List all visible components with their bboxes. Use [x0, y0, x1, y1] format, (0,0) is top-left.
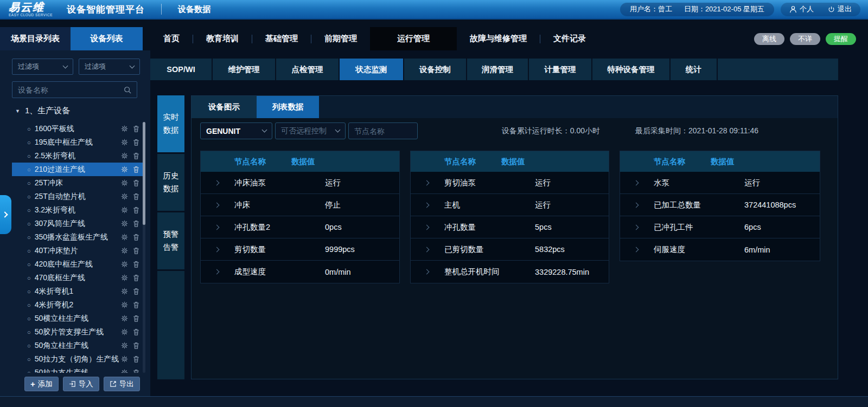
- trash-icon[interactable]: [133, 247, 139, 254]
- scrollbar-thumb[interactable]: [143, 122, 145, 225]
- table-row[interactable]: 已剪切数量5832pcs: [411, 238, 609, 261]
- list-item[interactable]: ○1600平板线: [12, 122, 143, 135]
- add-button[interactable]: + 添加: [24, 377, 59, 391]
- list-item[interactable]: ○50角立柱生产线: [12, 339, 143, 352]
- subnav-device-control[interactable]: 设备控制: [404, 59, 466, 80]
- expand-chevron-icon[interactable]: [201, 225, 234, 229]
- unit-select[interactable]: GENUNIT: [200, 122, 272, 139]
- table-row[interactable]: 剪切数量9999pcs: [201, 238, 399, 261]
- gear-icon[interactable]: [121, 247, 128, 254]
- gear-icon[interactable]: [121, 328, 128, 335]
- table-row[interactable]: 冲床油泵运行: [201, 172, 399, 194]
- badge-unknown[interactable]: 不详: [790, 33, 820, 45]
- table-row[interactable]: 已冲孔工件6pcs: [620, 216, 820, 238]
- nav-education[interactable]: 教育培训: [193, 27, 252, 50]
- expand-chevron-icon[interactable]: [620, 225, 654, 229]
- subnav-maintenance-mgmt[interactable]: 维护管理: [213, 59, 275, 80]
- nav-basic-mgmt[interactable]: 基础管理: [252, 27, 311, 50]
- expand-chevron-icon[interactable]: [411, 225, 444, 229]
- node-name-input[interactable]: [348, 122, 418, 139]
- filter-select-2[interactable]: 过滤项: [79, 59, 140, 75]
- tab-device-diagram[interactable]: 设备图示: [192, 96, 257, 118]
- sidebar-scrollbar[interactable]: [143, 122, 145, 373]
- table-row[interactable]: 成型速度0m/min: [201, 261, 399, 283]
- list-item[interactable]: ○25T冲床: [12, 176, 143, 190]
- trash-icon[interactable]: [133, 356, 139, 363]
- list-item[interactable]: ○50拉力支生产线: [12, 366, 143, 373]
- table-row[interactable]: 已加工总数量372441088pcs: [620, 194, 820, 216]
- gear-icon[interactable]: [121, 356, 128, 363]
- expand-chevron-icon[interactable]: [201, 181, 234, 185]
- list-item[interactable]: ○307风筒生产线: [12, 217, 143, 230]
- expand-chevron-icon[interactable]: [201, 270, 234, 274]
- expand-chevron-icon[interactable]: [201, 203, 234, 207]
- nav-file-records[interactable]: 文件记录: [540, 27, 599, 50]
- trash-icon[interactable]: [133, 139, 139, 146]
- trash-icon[interactable]: [133, 288, 139, 295]
- side-tab-warning-alarm[interactable]: 预警告警: [157, 212, 184, 269]
- subnav-special-equipment-mgmt[interactable]: 特种设备管理: [592, 59, 669, 80]
- gear-icon[interactable]: [121, 166, 128, 173]
- gear-icon[interactable]: [121, 125, 128, 132]
- gear-icon[interactable]: [121, 179, 128, 186]
- list-item[interactable]: ○195底中框生产线: [12, 135, 143, 149]
- remote-control-select[interactable]: 可否远程控制: [275, 122, 346, 139]
- gear-icon[interactable]: [121, 369, 128, 373]
- filter-select-1[interactable]: 过滤项: [12, 59, 73, 75]
- table-row[interactable]: 水泵运行: [620, 172, 820, 194]
- list-item[interactable]: ○50横立柱生产线: [12, 312, 143, 325]
- list-item[interactable]: ○2.5米折弯机: [12, 149, 143, 163]
- trash-icon[interactable]: [133, 315, 139, 322]
- tab-list-data[interactable]: 列表数据: [257, 96, 319, 118]
- list-item[interactable]: ○40T冲床垫片: [12, 244, 143, 257]
- trash-icon[interactable]: [133, 274, 139, 281]
- profile-button[interactable]: 个人: [789, 4, 814, 14]
- gear-icon[interactable]: [121, 301, 128, 308]
- device-search-input[interactable]: [18, 86, 124, 94]
- trash-icon[interactable]: [133, 220, 139, 227]
- badge-offline[interactable]: 离线: [754, 33, 784, 45]
- expand-chevron-icon[interactable]: [411, 270, 444, 274]
- side-tab-history-data[interactable]: 历史数据: [157, 154, 184, 211]
- trash-icon[interactable]: [133, 261, 139, 268]
- subnav-status-monitoring[interactable]: 状态监测: [340, 59, 403, 80]
- gear-icon[interactable]: [121, 342, 128, 349]
- subnav-metering-mgmt[interactable]: 计量管理: [529, 59, 591, 80]
- table-row[interactable]: 冲床停止: [201, 194, 399, 216]
- gear-icon[interactable]: [121, 234, 128, 241]
- list-item[interactable]: ○25T自动垫片机: [12, 190, 143, 203]
- gear-icon[interactable]: [121, 152, 128, 159]
- gear-icon[interactable]: [121, 139, 128, 146]
- table-row[interactable]: 主机运行: [411, 194, 609, 216]
- list-item[interactable]: ○420底中框生产线: [12, 257, 143, 271]
- subnav-spot-check-mgmt[interactable]: 点检管理: [276, 59, 339, 80]
- gear-icon[interactable]: [121, 193, 128, 200]
- badge-reminder[interactable]: 提醒: [826, 33, 856, 45]
- side-tab-realtime-data[interactable]: 实时数据: [157, 95, 184, 152]
- table-row[interactable]: 伺服速度6m/min: [620, 238, 820, 261]
- table-row[interactable]: 整机总开机时间3329228.75min: [411, 261, 609, 283]
- list-item[interactable]: ○4米折弯机2: [12, 298, 143, 312]
- expand-chevron-icon[interactable]: [411, 181, 444, 185]
- trash-icon[interactable]: [133, 125, 139, 132]
- expand-chevron-icon[interactable]: [201, 248, 234, 251]
- expand-chevron-icon[interactable]: [620, 181, 654, 185]
- table-row[interactable]: 冲孔数量20pcs: [201, 216, 399, 238]
- tab-device-list[interactable]: 设备列表: [71, 27, 143, 50]
- subnav-statistics[interactable]: 统计: [671, 59, 717, 80]
- list-item[interactable]: ○470底框生产线: [12, 271, 143, 285]
- trash-icon[interactable]: [133, 166, 139, 173]
- tab-scene-directory[interactable]: 场景目录列表: [0, 27, 71, 50]
- trash-icon[interactable]: [133, 179, 139, 186]
- trash-icon[interactable]: [133, 342, 139, 349]
- gear-icon[interactable]: [121, 261, 128, 268]
- nav-preliminary-mgmt[interactable]: 前期管理: [311, 27, 370, 50]
- import-button[interactable]: 导入: [63, 377, 99, 391]
- list-item[interactable]: ○3.2米折弯机: [12, 203, 143, 217]
- export-button[interactable]: 导出: [104, 377, 140, 391]
- trash-icon[interactable]: [133, 328, 139, 335]
- tree-root-production-equipment[interactable]: ▼ 1、生产设备: [15, 106, 70, 116]
- nav-operation-mgmt[interactable]: 运行管理: [370, 27, 457, 50]
- list-item[interactable]: ○50拉力支（切角）生产线: [12, 352, 143, 366]
- trash-icon[interactable]: [133, 234, 139, 241]
